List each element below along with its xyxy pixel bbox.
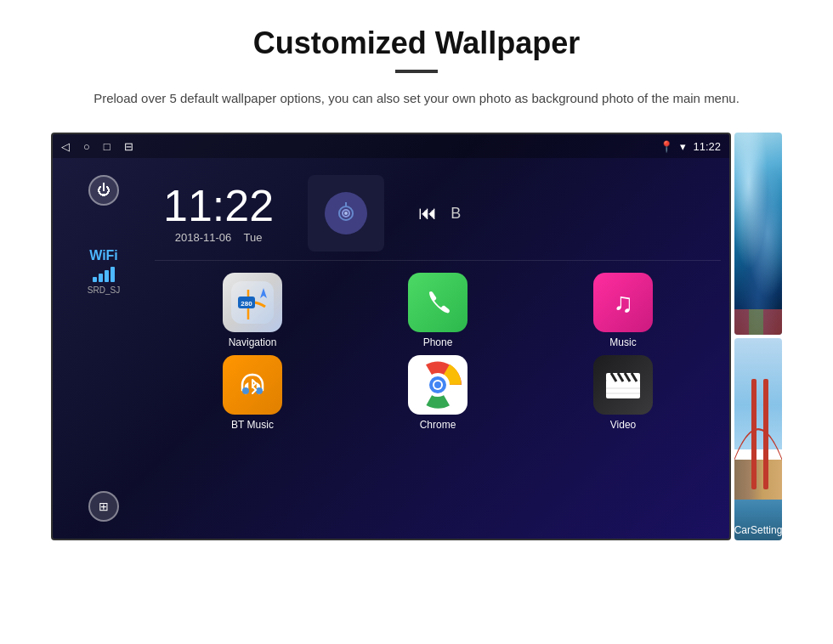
btmusic-icon — [223, 355, 282, 415]
back-icon[interactable]: ◁ — [61, 140, 70, 153]
screenshot-icon[interactable]: ⊟ — [124, 140, 133, 153]
app-grid: 280 Navigation — [155, 269, 721, 434]
phone-icon — [408, 273, 468, 332]
wifi-bar-1 — [93, 277, 97, 282]
bluetooth-icon — [237, 370, 268, 400]
status-right: 📍 ▾ 11:22 — [660, 140, 721, 153]
android-screen: ◁ ○ □ ⊟ 📍 ▾ 11:22 ⏻ WiFi — [51, 133, 731, 540]
center-area: 11:22 2018-11-06 Tue — [155, 158, 729, 539]
app-item-video[interactable]: Video — [534, 355, 712, 431]
wifi-ssid: SRD_SJ — [88, 285, 120, 295]
clock-date: 2018-11-06 Tue — [163, 231, 274, 244]
svg-text:280: 280 — [241, 300, 252, 308]
clock-section: 11:22 2018-11-06 Tue — [155, 167, 721, 261]
app-item-chrome[interactable]: Chrome — [348, 355, 527, 431]
wifi-bar-4 — [110, 267, 115, 282]
app-item-music[interactable]: ♫ Music — [534, 273, 712, 348]
ice-cave-texture — [734, 133, 782, 335]
navigation-icon: 280 — [223, 273, 282, 332]
app-item-navigation[interactable]: 280 Navigation — [163, 273, 342, 348]
wallpaper-bottom[interactable]: CarSetting — [734, 338, 782, 540]
nav-icons: ◁ ○ □ ⊟ — [61, 140, 133, 153]
app-item-phone[interactable]: Phone — [348, 273, 527, 348]
clock-display: 11:22 2018-11-06 Tue — [163, 184, 274, 244]
wifi-widget: WiFi SRD_SJ — [88, 248, 120, 295]
track-label: B — [450, 205, 461, 223]
media-widget — [308, 175, 384, 251]
location-icon: 📍 — [660, 140, 673, 153]
status-bar: ◁ ○ □ ⊟ 📍 ▾ 11:22 — [53, 134, 729, 158]
prev-track-icon[interactable]: ⏮ — [418, 202, 437, 224]
page-container: Customized Wallpaper Preload over 5 defa… — [0, 0, 833, 557]
music-note-icon: ♫ — [613, 287, 633, 319]
carsetting-label: CarSetting — [734, 524, 782, 536]
page-description: Preload over 5 default wallpaper options… — [68, 88, 765, 109]
svg-point-8 — [242, 387, 249, 394]
navigation-label: Navigation — [229, 336, 277, 348]
svg-rect-15 — [606, 380, 640, 398]
media-controls: ⏮ B — [418, 202, 461, 224]
wifi-label: WiFi — [88, 248, 120, 263]
main-area: ⏻ WiFi SRD_SJ ⊞ — [53, 158, 729, 539]
music-icon: ♫ — [593, 273, 653, 332]
drawer-decoration — [734, 309, 782, 335]
svg-point-3 — [344, 212, 348, 215]
chrome-icon — [408, 355, 468, 415]
wallpaper-panel: CarSetting — [734, 133, 782, 540]
wifi-bar-2 — [99, 274, 103, 282]
video-label: Video — [610, 419, 636, 431]
wifi-bar-3 — [105, 270, 109, 282]
status-time: 11:22 — [693, 140, 721, 153]
clapperboard-icon — [604, 370, 642, 400]
phone-handset-icon — [422, 287, 453, 318]
video-icon — [593, 355, 653, 415]
antenna-icon — [333, 201, 359, 226]
apps-button[interactable]: ⊞ — [88, 491, 119, 522]
signal-icon: ▾ — [680, 140, 686, 153]
power-button[interactable]: ⏻ — [88, 175, 119, 206]
clock-time: 11:22 — [163, 184, 274, 228]
svg-point-14 — [434, 381, 441, 388]
page-title: Customized Wallpaper — [51, 25, 782, 61]
media-icon-circle — [325, 192, 367, 234]
wallpaper-top[interactable] — [734, 133, 782, 335]
device-wrapper: ◁ ○ □ ⊟ 📍 ▾ 11:22 ⏻ WiFi — [51, 133, 782, 540]
btmusic-label: BT Music — [231, 419, 274, 431]
chrome-label: Chrome — [420, 419, 456, 431]
bridge-cables-svg — [734, 338, 782, 540]
music-label: Music — [609, 336, 636, 348]
chrome-logo-icon — [414, 361, 462, 409]
app-item-btmusic[interactable]: BT Music — [163, 355, 342, 431]
left-sidebar: ⏻ WiFi SRD_SJ ⊞ — [53, 158, 155, 539]
svg-point-9 — [256, 387, 263, 394]
navigation-map-icon: 280 — [231, 281, 274, 324]
phone-label: Phone — [423, 336, 453, 348]
wifi-bars — [88, 267, 120, 282]
recent-icon[interactable]: □ — [104, 140, 110, 153]
title-divider — [395, 70, 438, 73]
home-icon[interactable]: ○ — [83, 140, 90, 153]
